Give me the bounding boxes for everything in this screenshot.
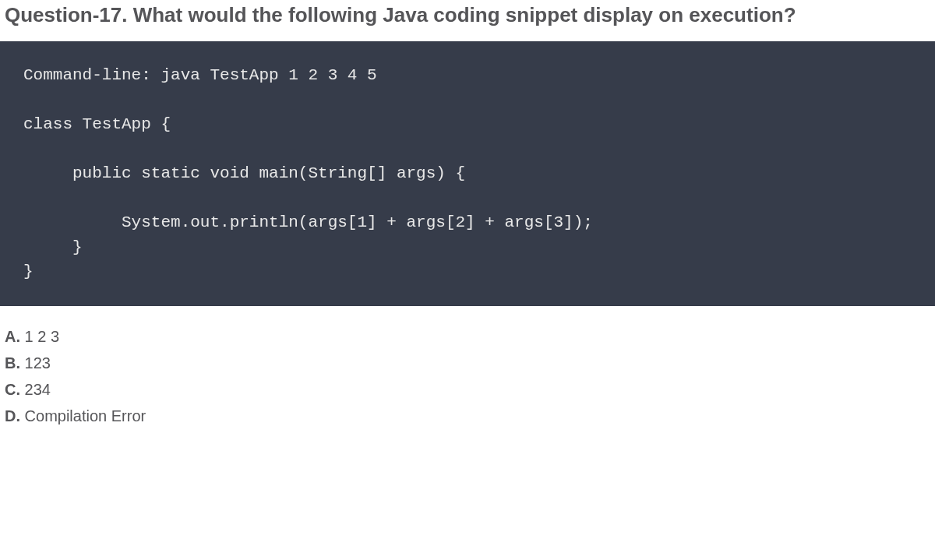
code-snippet: Command-line: java TestApp 1 2 3 4 5 cla… bbox=[0, 41, 935, 306]
option-b[interactable]: B. 123 bbox=[5, 350, 935, 376]
option-text: 123 bbox=[25, 354, 51, 372]
answer-options: A. 1 2 3 B. 123 C. 234 D. Compilation Er… bbox=[0, 323, 935, 429]
option-a[interactable]: A. 1 2 3 bbox=[5, 323, 935, 350]
question-title: Question-17. What would the following Ja… bbox=[0, 0, 935, 41]
option-c[interactable]: C. 234 bbox=[5, 376, 935, 403]
option-label: A. bbox=[5, 328, 20, 345]
option-label: C. bbox=[5, 381, 20, 398]
option-text: Compilation Error bbox=[25, 407, 146, 424]
option-text: 234 bbox=[25, 381, 51, 398]
option-text: 1 2 3 bbox=[25, 328, 59, 345]
option-d[interactable]: D. Compilation Error bbox=[5, 403, 935, 429]
option-label: D. bbox=[5, 407, 20, 424]
option-label: B. bbox=[5, 354, 20, 372]
